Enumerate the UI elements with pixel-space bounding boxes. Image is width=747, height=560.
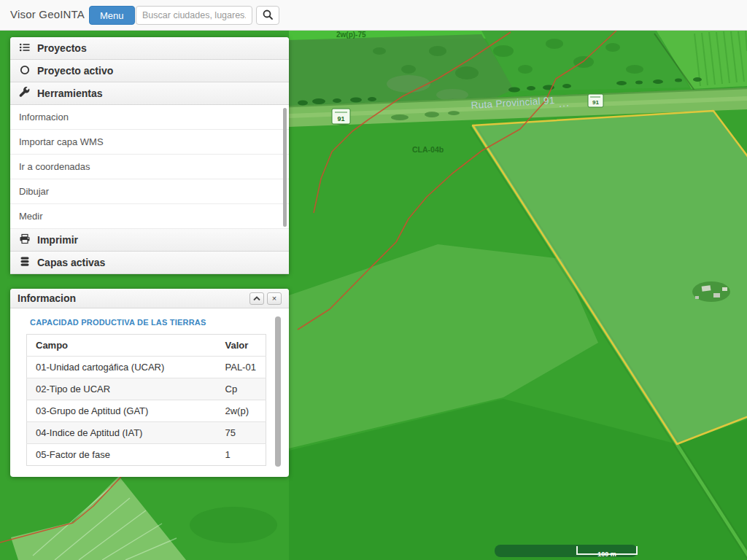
- cell-valor: 1: [217, 444, 266, 466]
- column-header-campo: Campo: [27, 335, 217, 357]
- menu-panel: Proyectos Proyecto activo Herramientas I…: [10, 37, 289, 274]
- accordion-label: Proyectos: [37, 42, 87, 54]
- svg-text:91: 91: [592, 99, 599, 106]
- table-row: 02-Tipo de UCAR Cp: [27, 378, 266, 400]
- scale-bar: 100 m: [576, 546, 638, 555]
- section-title: CAPACIDAD PRODUCTIVA DE LAS TIERRAS: [30, 318, 289, 327]
- cell-campo: 04-Indice de Aptitud (IAT): [27, 422, 217, 444]
- collapse-button[interactable]: [249, 292, 264, 305]
- scale-control: 100 m: [495, 545, 638, 557]
- table-row: 03-Grupo de Aptitud (GAT) 2w(p): [27, 400, 266, 422]
- cell-valor: PAL-01: [217, 357, 266, 378]
- table-row: 05-Factor de fase 1: [27, 444, 266, 466]
- wrench-icon: [19, 87, 31, 101]
- circle-icon: [19, 64, 31, 78]
- close-button[interactable]: ×: [267, 292, 282, 305]
- info-panel: Informacion × CAPACIDAD PRODUCTIVA DE LA…: [10, 289, 289, 477]
- search-button[interactable]: [256, 6, 279, 25]
- svg-text:91: 91: [337, 115, 344, 122]
- tool-importar-capa-wms[interactable]: Importar capa WMS: [10, 130, 289, 155]
- cell-valor: 2w(p): [217, 400, 266, 422]
- info-panel-header: Informacion ×: [10, 289, 289, 308]
- info-scrollbar[interactable]: [275, 316, 281, 467]
- farmstead: [692, 281, 730, 302]
- layers-icon: [19, 256, 31, 270]
- topbar: Visor GeoINTA Menu: [0, 0, 747, 31]
- table-row: 04-Indice de Aptitud (IAT) 75: [27, 422, 266, 444]
- attribute-table: Campo Valor 01-Unidad cartogáfica (UCAR)…: [26, 334, 266, 466]
- table-row: 01-Unidad cartogáfica (UCAR) PAL-01: [27, 357, 266, 378]
- cell-campo: 02-Tipo de UCAR: [27, 378, 217, 400]
- accordion-label: Imprimir: [37, 234, 78, 246]
- tool-ir-a-coordenadas[interactable]: Ir a coordenadas: [10, 155, 289, 179]
- route-shield: 91: [588, 94, 603, 107]
- cell-valor: 75: [217, 422, 266, 444]
- route-shield: 91: [332, 109, 350, 124]
- search-input[interactable]: [136, 6, 252, 25]
- accordion-label: Proyecto activo: [37, 65, 113, 77]
- app-title: Visor GeoINTA: [10, 8, 85, 20]
- cell-campo: 03-Grupo de Aptitud (GAT): [27, 400, 217, 422]
- close-icon: ×: [272, 295, 276, 303]
- accordion-proyecto-activo[interactable]: Proyecto activo: [10, 60, 289, 82]
- printer-icon: [19, 233, 31, 247]
- scale-label: 100 m: [597, 551, 616, 558]
- menu-button[interactable]: Menu: [89, 6, 135, 25]
- accordion-capas-activas[interactable]: Capas activas: [10, 252, 289, 274]
- info-panel-title: Informacion: [18, 292, 247, 304]
- accordion-proyectos[interactable]: Proyectos: [10, 37, 289, 60]
- list-icon: [19, 42, 31, 55]
- cell-campo: 01-Unidad cartogáfica (UCAR): [27, 357, 217, 378]
- tool-informacion[interactable]: Informacion: [10, 105, 289, 130]
- soil-unit-label: 2w(p)-75: [336, 31, 366, 39]
- cell-valor: Cp: [217, 378, 266, 400]
- tool-dibujar[interactable]: Dibujar: [10, 179, 289, 204]
- accordion-imprimir[interactable]: Imprimir: [10, 229, 289, 252]
- tool-medir[interactable]: Medir: [10, 204, 289, 229]
- accordion-herramientas[interactable]: Herramientas: [10, 82, 289, 105]
- chevron-up-icon: [253, 295, 260, 303]
- search-icon: [262, 9, 274, 23]
- accordion-label: Capas activas: [37, 257, 105, 268]
- menu-scrollbar[interactable]: [283, 108, 287, 227]
- parcel-code-label: CLA-04b: [412, 145, 444, 154]
- table-header-row: Campo Valor: [27, 335, 266, 357]
- cell-campo: 05-Factor de fase: [27, 444, 217, 466]
- column-header-valor: Valor: [217, 335, 266, 357]
- accordion-label: Herramientas: [37, 88, 103, 99]
